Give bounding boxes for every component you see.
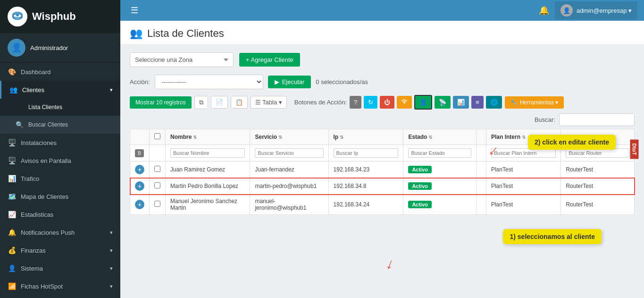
user-avatar-icon: 👤 [560,4,573,17]
show-records-button[interactable]: Mostrar 10 registros [130,96,192,109]
sidebar-item-label: Avisos en Pantalla [21,157,113,164]
refresh-button[interactable]: ↻ [364,96,377,109]
table-dropdown-button[interactable]: ☰ Tabla ▾ [251,96,287,109]
cell-estado: Activo [403,178,477,195]
cell-servicio: Juan-fernandez [250,162,328,178]
cell-checkbox [150,195,166,215]
topbar-left: ☰ [127,3,142,17]
sidebar-item-label: Estadisticas [21,211,113,218]
execute-button[interactable]: ▶ Ejecutar [268,76,311,88]
cell-plan: PlanTest [486,178,560,195]
sidebar-item-label: Clientes [22,86,105,94]
col-checkbox-header[interactable] [150,129,166,145]
table-dropdown-icon: ☰ Tabla ▾ [255,99,282,106]
row-checkbox[interactable] [154,166,160,172]
col-ip[interactable]: Ip [328,129,403,145]
action-label: Acción: [130,78,150,85]
content-body: Seleccione una Zona Zona Norte Zona Sur … [120,45,644,222]
cell-checkbox [150,178,166,195]
sidebar-item-mapa[interactable]: 🗺️ Mapa de Clientes [0,187,120,205]
cell-ip: 192.168.34.8 [328,178,403,195]
filter-plan-input[interactable] [491,148,556,158]
col-estado[interactable]: Estado [403,129,477,145]
estado-badge: Activo [408,182,432,190]
bell-icon[interactable]: 🔔 [539,5,549,16]
help-button[interactable]: ? [350,96,361,109]
expand-row-button[interactable]: + [135,181,144,191]
sidebar-item-lista-clientes[interactable]: Lista Clientes [0,99,120,116]
filter-router-input[interactable] [566,148,629,158]
col-empty [476,129,486,145]
app-name: Wisphub [32,10,76,23]
csv-button[interactable]: 📋 [231,96,248,109]
cell-plan: PlanTest [486,162,560,178]
sidebar-item-label: Finanzas [21,247,105,254]
equals-button[interactable]: ≡ [471,96,484,109]
table-row: + Juan Ramirez Gomez Juan-fernandez 192.… [130,162,635,178]
copy-button[interactable]: ⧉ [194,96,208,109]
sidebar-item-label: Mapa de Clientes [21,193,113,200]
cell-servicio: manuel-jeronimo@wisphub1 [250,195,328,215]
tools-label: Herramientas ▾ [520,99,558,106]
filter-servicio-input[interactable] [255,148,323,158]
sidebar-item-estadisticas[interactable]: 📈 Estadisticas [0,205,120,223]
sidebar-item-notificaciones[interactable]: 🔔 Notificaciones Push ▾ [0,223,120,241]
finanzas-icon: 💰 [8,247,16,254]
avatar: 👤 [8,39,25,57]
search-input[interactable] [559,113,635,126]
globe-button[interactable]: 🌐 [486,96,502,109]
filter-b-button[interactable]: B [135,149,144,157]
power-button[interactable]: ⏻ [380,96,394,109]
filter-nombre-input[interactable] [170,148,245,158]
cell-ip: 192.168.34.23 [328,162,403,178]
sidebar-item-soporte[interactable]: 🛠️ Soporte Tecnico ▾ [0,295,120,298]
menu-toggle-button[interactable]: ☰ [127,3,142,17]
cell-estado: Activo [403,195,477,215]
col-servicio[interactable]: Servicio [250,129,328,145]
cell-nombre: Manuel Jeronimo Sanchez Martin [166,195,250,215]
sidebar: Wisphub 👤 Administrador 🎨 Dashboard 👥 Cl… [0,0,120,298]
instalaciones-icon: 🖥️ [8,139,16,146]
row-checkbox[interactable] [154,182,160,188]
add-client-button[interactable]: + Agregar Cliente [239,53,300,67]
filter-ip-input[interactable] [334,148,399,158]
topbar-right: 🔔 👤 admin@empresap ▾ [539,1,637,19]
sidebar-item-label: Sistema [21,265,105,272]
selection-count: 0 seleccionados/as [316,78,368,85]
sidebar-item-clientes[interactable]: 👥 Clientes ▾ [0,81,120,99]
sidebar-item-dashboard[interactable]: 🎨 Dashboard [0,63,120,81]
sidebar-user: 👤 Administrador [0,33,120,63]
sidebar-item-fichas[interactable]: 📶 Fichas HotSpot ▾ [0,277,120,295]
cell-expand: + [130,178,150,195]
action-btns-label: Botones de Acción: [294,99,347,106]
user-edit-button[interactable]: 👤 [414,95,432,110]
execute-label: Ejecutar [282,78,305,85]
col-nombre[interactable]: Nombre [166,129,250,145]
row-checkbox[interactable] [154,201,160,207]
zone-select[interactable]: Seleccione una Zona Zona Norte Zona Sur [130,52,234,67]
sidebar-item-label: Buscar Clientes [28,121,113,128]
cell-empty [476,195,486,215]
sidebar-item-instalaciones[interactable]: 🖥️ Instalaciones [0,134,120,152]
excel-button[interactable]: 📄 [211,96,228,109]
cell-ip: 192.168.34.24 [328,195,403,215]
expand-row-button[interactable]: + [135,165,144,174]
mapa-icon: 🗺️ [8,193,16,200]
page-title: Lista de Clientes [147,27,224,40]
sidebar-item-sistema[interactable]: 👤 Sistema ▾ [0,259,120,277]
action-row: Acción: ------------ Eliminar Activar De… [130,75,635,89]
edge-strip: DtoT [630,139,638,159]
signal-button[interactable]: 📡 [435,96,451,109]
sidebar-item-trafico[interactable]: 📊 Trafico [0,170,120,187]
chart-button[interactable]: 📊 [453,96,469,109]
sidebar-item-buscar-clientes[interactable]: 🔍 Buscar Clientes [0,116,120,134]
sidebar-item-finanzas[interactable]: 💰 Finanzas ▾ [0,241,120,259]
sidebar-item-avisos[interactable]: 🖥️ Avisos en Pantalla [0,152,120,170]
user-menu-button[interactable]: 👤 admin@empresap ▾ [555,1,637,19]
expand-row-button[interactable]: + [135,200,144,209]
select-all-checkbox[interactable] [154,133,160,139]
action-select[interactable]: ------------ Eliminar Activar Desactivar [155,75,263,89]
tools-dropdown-button[interactable]: 🔧 Herramientas ▾ [505,96,564,109]
wifi-button[interactable] [397,96,412,109]
filter-estado-input[interactable] [408,148,471,158]
